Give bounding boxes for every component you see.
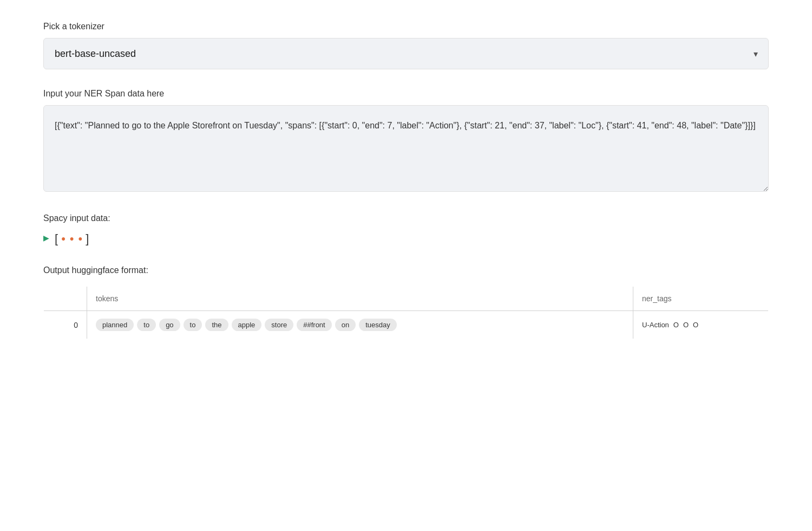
ner-input-label: Input your NER Span data here [43,89,769,99]
ner-tags-cell: U-ActionOOO [633,311,769,339]
ner-tag: O [693,321,698,329]
dot-2: • [70,232,74,246]
json-preview: [ • • • ] [55,232,89,246]
ner-tag: O [673,321,679,329]
ner-input-textarea[interactable] [43,105,769,192]
ner-tag: O [683,321,689,329]
ner-tag: U-Action [642,321,669,329]
tokenizer-select[interactable]: bert-base-uncasedroberta-basegpt2distilb… [43,38,769,69]
table-row: 0plannedtogototheapplestore##frontontues… [44,311,769,339]
dot-3: • [78,232,83,246]
output-section: Output huggingface format: tokens ner_ta… [43,266,769,339]
close-bracket: ] [86,232,89,246]
output-table: tokens ner_tags 0plannedtogototheapplest… [43,286,769,339]
token-chip: ##front [297,319,331,331]
tree-arrow-icon[interactable]: ▶ [43,234,49,242]
json-tree: ▶ [ • • • ] [43,232,769,246]
row-index-cell: 0 [44,311,87,339]
token-chip: the [205,319,228,331]
col-header-tokens: tokens [87,287,633,311]
token-chip: tuesday [359,319,397,331]
open-bracket: [ [55,232,58,246]
token-chip: planned [96,319,134,331]
col-header-index [44,287,87,311]
tokenizer-select-wrapper: bert-base-uncasedroberta-basegpt2distilb… [43,38,769,69]
token-chip: on [335,319,356,331]
tokens-cell: plannedtogototheapplestore##frontontuesd… [87,311,633,339]
spacy-label: Spacy input data: [43,213,769,223]
token-chip: to [184,319,202,331]
token-chip: go [159,319,180,331]
token-chip: store [265,319,293,331]
tokenizer-label: Pick a tokenizer [43,22,769,31]
output-label: Output huggingface format: [43,266,769,275]
token-chip: apple [232,319,262,331]
spacy-section: Spacy input data: ▶ [ • • • ] [43,213,769,246]
col-header-ner-tags: ner_tags [633,287,769,311]
table-header-row: tokens ner_tags [44,287,769,311]
token-chip: to [137,319,156,331]
dot-1: • [61,232,66,246]
